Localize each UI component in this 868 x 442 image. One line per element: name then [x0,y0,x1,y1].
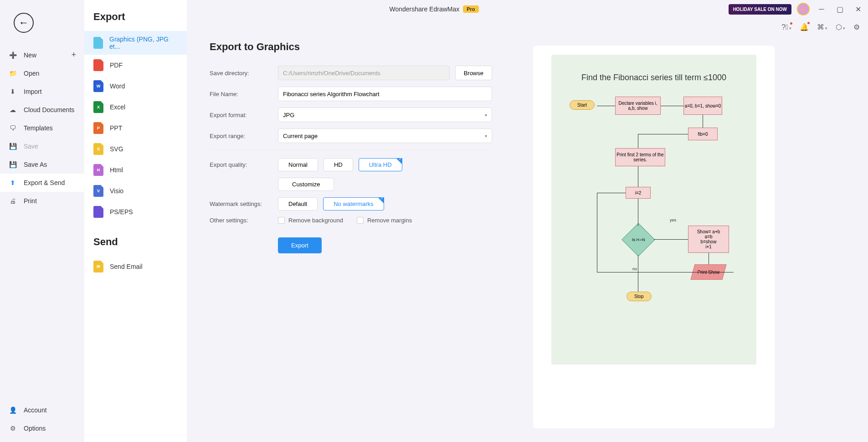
row-quality: Export quality: Normal HD Ultra HD [210,158,492,171]
maximize-button[interactable]: ▢ [833,3,846,15]
quality-normal[interactable]: Normal [278,158,318,171]
quality-hd[interactable]: HD [324,158,353,171]
quality-label-text: Ultra HD [369,161,392,168]
node-cond-text: Is i<=N [632,237,645,242]
mail-icon: ✉ [93,261,103,272]
menu-cloud[interactable]: ☁Cloud Documents [0,101,84,119]
watermark-none[interactable]: No watermarks [323,197,384,211]
connector [661,106,683,106]
format-label: SVG [110,145,123,153]
minimize-button[interactable]: ─ [815,3,828,15]
format-excel[interactable]: XExcel [84,97,187,118]
format-graphics[interactable]: Graphics (PNG, JPG et... [84,31,187,55]
menu-options[interactable]: ⚙Options [0,419,84,437]
menu-import[interactable]: ⬇Import [0,82,84,101]
format-label: PDF [110,62,123,69]
graphics-icon [93,37,103,49]
menu-saveas[interactable]: 💾Save As [0,155,84,174]
menu-open[interactable]: 📁Open [0,64,84,82]
connector [703,115,703,128]
export-button[interactable]: Export [278,237,322,253]
format-ppt[interactable]: PPPT [84,118,187,139]
close-button[interactable]: ✕ [852,3,864,15]
menu-label: Save [24,143,38,150]
ppt-icon: P [93,122,103,134]
back-button[interactable]: ← [14,13,34,33]
format-svg[interactable]: SSVG [84,139,187,159]
menu-label: Options [24,425,46,432]
format-pseps[interactable]: PS/EPS [84,201,187,222]
menu-print[interactable]: 🖨Print [0,192,84,210]
send-email[interactable]: ✉Send Email [84,256,187,277]
node-i2: i=2 [626,187,651,199]
menu-label: Save As [24,161,47,168]
menu-account[interactable]: 👤Account [0,401,84,419]
app-title: Wondershare EdrawMax [389,5,459,13]
checkbox-icon [278,217,285,224]
row-submit: Export [210,237,492,253]
menu-label: Export & Send [24,179,65,186]
bell-icon[interactable]: 🔔 [800,23,809,31]
node-fib0: fib=0 [688,128,718,140]
checkbox-remove-bg[interactable]: Remove background [278,217,343,224]
node-calc: Show= a+b a=b b=show i+1 [688,226,729,253]
template-icon[interactable]: ⬡▾ [836,23,845,31]
plus-square-icon: ➕ [8,51,17,60]
connector [597,193,597,272]
range-select[interactable]: Current page▾ [278,128,492,143]
sub-toolbar: ?⃝▾ 🔔 ⌘▾ ⬡▾ ⚙ [781,23,860,31]
chevron-down-icon: ▾ [485,134,487,139]
menu-label: New [24,51,36,59]
format-label: Send Email [110,263,143,270]
watermark-label-text: No watermarks [334,200,373,207]
pdf-icon [93,59,103,71]
menu-label: Templates [24,124,53,132]
grid-icon[interactable]: ⌘▾ [817,23,827,31]
format-visio[interactable]: VVisio [84,180,187,201]
connector [597,106,615,106]
connector [638,166,638,187]
node-stop: Stop [627,292,652,301]
format-label: Html [110,166,123,174]
send-section-title: Send [84,236,187,256]
browse-button[interactable]: Browse [455,66,492,80]
avatar[interactable] [797,3,810,15]
checkbox-remove-margins[interactable]: Remove margins [357,217,412,224]
plus-icon[interactable]: + [71,50,76,60]
format-select[interactable]: JPG▾ [278,108,492,122]
quality-uhd[interactable]: Ultra HD [359,158,402,171]
quality-label: Export quality: [210,161,278,168]
menu-save: 💾Save [0,137,84,155]
import-icon: ⬇ [8,87,17,96]
row-other: Other settings: Remove background Remove… [210,217,492,224]
excel-icon: X [93,101,103,113]
format-pdf[interactable]: PDF [84,55,187,76]
svg-icon: S [93,143,103,155]
menu-new[interactable]: ➕New+ [0,46,84,64]
connector [638,134,638,148]
cloud-icon: ☁ [8,105,17,114]
menu-export-send[interactable]: ⬆Export & Send [0,174,84,192]
menu-label: Account [24,406,47,414]
cb-label: Remove margins [367,217,412,224]
customize-button[interactable]: Customize [278,178,334,191]
help-icon[interactable]: ?⃝▾ [781,23,791,31]
format-word[interactable]: WWord [84,76,187,97]
connector [638,134,688,134]
watermark-default[interactable]: Default [278,197,318,211]
file-name-input[interactable] [278,87,492,101]
menu-templates[interactable]: 🗨Templates [0,119,84,137]
node-init: a=0, b=1, show=0 [683,97,722,115]
user-icon: 👤 [8,406,17,415]
export-column: Export Graphics (PNG, JPG et... PDF WWor… [84,0,187,442]
saveas-icon: 💾 [8,160,17,169]
cb-label: Remove background [288,217,343,224]
file-name-label: File Name: [210,91,278,98]
holiday-banner[interactable]: HOLIDAY SALE ON NOW [729,4,791,15]
window-controls: HOLIDAY SALE ON NOW ─ ▢ ✕ [729,0,864,18]
edge-no: no [632,267,637,271]
row-format: Export format: JPG▾ [210,108,492,122]
connector [654,239,688,240]
gear-icon[interactable]: ⚙ [853,23,860,31]
format-html[interactable]: HHtml [84,159,187,180]
